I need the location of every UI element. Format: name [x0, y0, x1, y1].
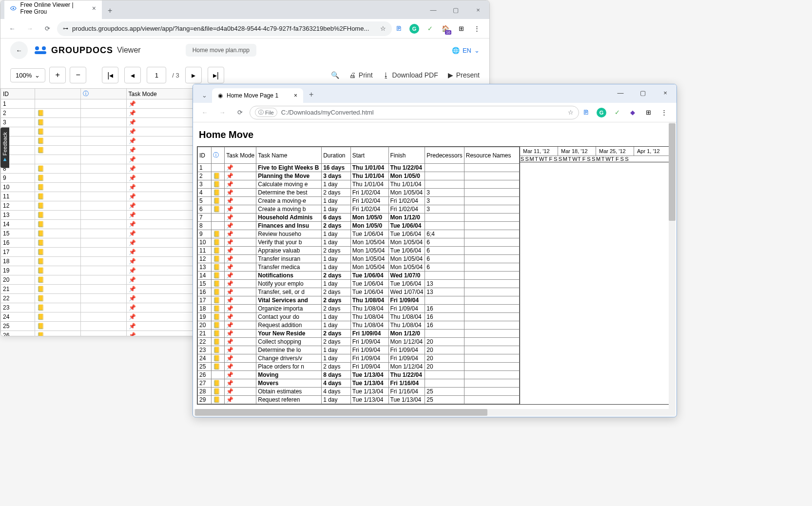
- table-row[interactable]: 7 📌 Household Adminis 6 days Mon 1/05/0 …: [198, 214, 520, 222]
- horizontal-scrollbar[interactable]: [194, 409, 669, 416]
- logo-text: GROUPDOCS: [51, 45, 113, 56]
- table-row[interactable]: 22 📒 📌 Collect shopping 2 days Fri 1/09/…: [198, 338, 520, 346]
- star-icon[interactable]: ☆: [380, 25, 386, 32]
- table-row[interactable]: 8 📌 Finances and Insu 2 days Mon 1/05/0 …: [198, 222, 520, 230]
- cell-res: [464, 296, 519, 305]
- download-button[interactable]: ⭳Download PDF: [383, 71, 438, 79]
- table-row[interactable]: 10 📒 📌 Verify that your b 1 day Mon 1/05…: [198, 238, 520, 247]
- menu-icon[interactable]: ⋮: [659, 108, 669, 117]
- table-row[interactable]: 19 📒 📌 Contact your do 1 day Thu 1/08/04…: [198, 313, 520, 321]
- mode-icon: 📌: [126, 127, 203, 136]
- back-button[interactable]: ←: [4, 21, 20, 37]
- minimize-button[interactable]: —: [609, 84, 632, 101]
- site-info-icon[interactable]: ⊶: [63, 25, 68, 32]
- note-icon: 📒: [211, 172, 225, 180]
- translate-icon[interactable]: 🖹: [394, 24, 404, 34]
- tab-collapse-button[interactable]: ⌄: [197, 88, 212, 103]
- table-row[interactable]: 23 📒 📌 Determine the lo 1 day Fri 1/09/0…: [198, 346, 520, 354]
- info-icon: ⓘ: [211, 147, 225, 164]
- reload-button[interactable]: ⟳: [39, 21, 55, 37]
- forward-button[interactable]: →: [22, 21, 38, 37]
- table-row[interactable]: 14 📒 📌 Notifications 2 days Tue 1/06/04 …: [198, 272, 520, 280]
- table-row[interactable]: 16 📒 📌 Transfer, sell, or d 2 days Tue 1…: [198, 288, 520, 296]
- puzzle-icon[interactable]: ⊞: [456, 24, 466, 34]
- table-row[interactable]: 9 📒 📌 Review househo 1 day Tue 1/06/04 T…: [198, 230, 520, 238]
- star-icon[interactable]: ☆: [568, 109, 574, 116]
- feedback-tab[interactable]: ▼ Feedback: [0, 127, 9, 168]
- browser-tab[interactable]: Free Online Viewer | Free Grou ×: [4, 0, 102, 19]
- window-controls-2: — ▢ ×: [609, 84, 677, 101]
- note-icon: 📒: [35, 174, 81, 183]
- table-row[interactable]: 26 📌 Moving 8 days Tue 1/13/04 Thu 1/22/…: [198, 371, 520, 379]
- close-icon[interactable]: ×: [294, 92, 297, 99]
- print-button[interactable]: 🖨Print: [349, 71, 373, 79]
- menu-icon[interactable]: ⋮: [472, 24, 482, 34]
- table-row[interactable]: 4 📒 📌 Determine the best 2 days Fri 1/02…: [198, 189, 520, 197]
- app-back-button[interactable]: ←: [10, 41, 28, 59]
- table-row[interactable]: 17 📒 📌 Vital Services and 2 days Thu 1/0…: [198, 296, 520, 305]
- forward-button[interactable]: →: [214, 105, 230, 120]
- table-row[interactable]: 12 📒 📌 Transfer insuran 1 day Mon 1/05/0…: [198, 255, 520, 263]
- cell-pred: 13: [425, 280, 464, 288]
- zoom-dropdown[interactable]: 100% ⌄: [10, 68, 45, 82]
- maximize-button[interactable]: ▢: [445, 0, 467, 19]
- cell-duration: 2 days: [322, 272, 351, 280]
- table-row[interactable]: 25 📒 📌 Place orders for n 2 days Fri 1/0…: [198, 363, 520, 371]
- table-row[interactable]: 3 📒 📌 Calculate moving e 1 day Thu 1/01/…: [198, 180, 520, 189]
- new-tab-button-2[interactable]: +: [303, 86, 319, 103]
- check-icon[interactable]: ✓: [425, 24, 435, 34]
- close-icon[interactable]: ×: [92, 4, 96, 12]
- last-page-button[interactable]: ▸|: [208, 67, 224, 83]
- present-button[interactable]: ▶Present: [448, 71, 480, 79]
- table-row[interactable]: 28 📒 📌 Obtain estimates 4 days Tue 1/13/…: [198, 388, 520, 396]
- zoom-out-button[interactable]: −: [70, 67, 86, 83]
- table-row[interactable]: 2 📒 📌 Planning the Move 3 days Thu 1/01/…: [198, 172, 520, 180]
- home-badge-icon[interactable]: 🏠16: [441, 24, 450, 34]
- url-input[interactable]: ⊶ products.groupdocs.app/viewer/app/?lan…: [57, 21, 392, 36]
- translate-icon[interactable]: 🖹: [581, 108, 591, 117]
- puzzle-icon[interactable]: ⊞: [643, 108, 653, 117]
- language-picker[interactable]: 🌐 EN ⌄: [452, 47, 480, 54]
- table-row[interactable]: 18 📒 📌 Organize importa 2 days Thu 1/08/…: [198, 305, 520, 313]
- cell-name: Appraise valuab: [256, 247, 322, 255]
- cell-finish: Tue 1/06/04: [388, 247, 425, 255]
- scrollbar-thumb[interactable]: [669, 123, 676, 221]
- table-row[interactable]: 11 📒 📌 Appraise valuab 2 days Mon 1/05/0…: [198, 247, 520, 255]
- grammarly-icon[interactable]: G: [597, 108, 606, 117]
- gantt-timeline[interactable]: Mar 11, '12Mar 18, '12Mar 25, '12Apr 1, …: [520, 147, 672, 404]
- table-row[interactable]: 24 📒 📌 Change drivers/v 1 day Fri 1/09/0…: [198, 354, 520, 363]
- table-row[interactable]: 1 📌 Five to Eight Weeks B 16 days Thu 1/…: [198, 164, 520, 172]
- close-button[interactable]: ×: [654, 84, 677, 101]
- back-button[interactable]: ←: [197, 105, 213, 120]
- maximize-button[interactable]: ▢: [632, 84, 654, 101]
- page-input[interactable]: [147, 67, 166, 83]
- cell-duration: 6 days: [322, 214, 351, 222]
- scrollbar-thumb[interactable]: [195, 409, 487, 416]
- mode-icon: 📌: [225, 388, 256, 396]
- table-row[interactable]: 15 📒 📌 Notify your emplo 1 day Tue 1/06/…: [198, 280, 520, 288]
- vertical-scrollbar[interactable]: [669, 122, 676, 416]
- browser-tab-2[interactable]: ◉ Home Move Page 1 ×: [212, 88, 303, 103]
- check-icon[interactable]: ✓: [612, 108, 622, 117]
- table-row[interactable]: 20 📒 📌 Request addition 1 day Thu 1/08/0…: [198, 321, 520, 330]
- prev-page-button[interactable]: ◂: [124, 67, 141, 83]
- mode-icon: 📌: [225, 247, 256, 255]
- table-row[interactable]: 6 📒 📌 Create a moving b 1 day Fri 1/02/0…: [198, 205, 520, 214]
- table-row[interactable]: 21 📒 📌 Your New Reside 2 days Fri 1/09/0…: [198, 330, 520, 338]
- minimize-button[interactable]: —: [422, 0, 445, 19]
- grammarly-icon[interactable]: G: [409, 24, 419, 34]
- table-row[interactable]: 5 📒 📌 Create a moving-e 1 day Fri 1/02/0…: [198, 197, 520, 205]
- zoom-in-button[interactable]: +: [49, 67, 66, 83]
- close-button[interactable]: ×: [467, 0, 489, 19]
- diamond-icon[interactable]: ◆: [628, 108, 638, 117]
- table-row[interactable]: 27 📒 📌 Movers 4 days Tue 1/13/04 Fri 1/1…: [198, 379, 520, 388]
- url-input-2[interactable]: ⓘFile C:/Downloads/myConverted.html ☆: [250, 106, 579, 119]
- table-row[interactable]: 29 📒 📌 Request referen 1 day Tue 1/13/04…: [198, 396, 520, 404]
- new-tab-button[interactable]: +: [102, 2, 118, 19]
- reload-button[interactable]: ⟳: [232, 105, 248, 120]
- table-row[interactable]: 13 📒 📌 Transfer medica 1 day Mon 1/05/04…: [198, 263, 520, 272]
- search-button[interactable]: 🔍: [331, 71, 339, 79]
- first-page-button[interactable]: |◂: [102, 67, 118, 83]
- mode-icon: 📌: [225, 363, 256, 371]
- next-page-button[interactable]: ▸: [185, 67, 202, 83]
